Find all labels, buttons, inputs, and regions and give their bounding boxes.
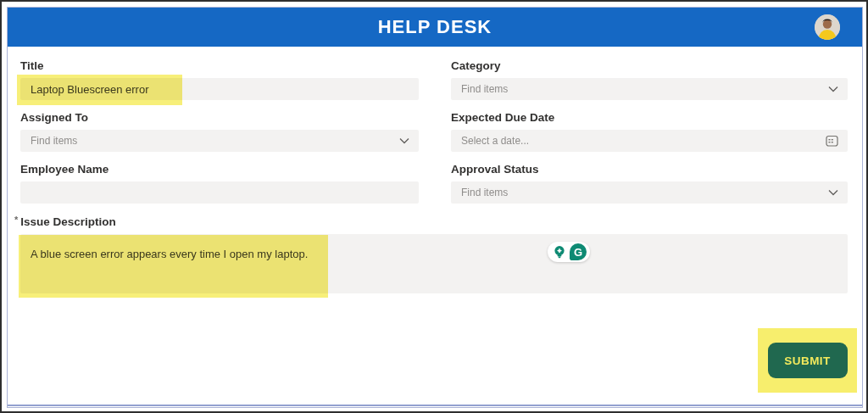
title-value: Laptop Bluescreen error: [31, 83, 148, 96]
expected-due-date-field-group: Expected Due Date Select a date...: [451, 111, 848, 152]
chevron-down-icon: [828, 86, 838, 92]
approval-status-label: Approval Status: [451, 163, 848, 176]
page-title: HELP DESK: [378, 16, 492, 38]
title-input[interactable]: Laptop Bluescreen error: [20, 78, 419, 100]
issue-description-label: *Issue Description: [14, 215, 848, 228]
issue-description-value: A blue screen error appears every time I…: [31, 248, 308, 260]
expected-due-date-label: Expected Due Date: [451, 111, 848, 124]
category-dropdown[interactable]: Find items: [451, 78, 848, 100]
assigned-to-label: Assigned To: [20, 111, 419, 124]
approval-status-dropdown[interactable]: Find items: [451, 181, 848, 204]
employee-name-input[interactable]: [20, 181, 419, 204]
employee-name-field-group: Employee Name: [20, 163, 419, 204]
expected-due-date-placeholder: Select a date...: [461, 135, 529, 147]
helpdesk-app: HELP DESK Title Laptop Bluescreen error …: [0, 0, 868, 413]
expected-due-date-input[interactable]: Select a date...: [451, 130, 848, 152]
approval-status-field-group: Approval Status Find items: [451, 163, 848, 204]
assigned-to-field-group: Assigned To Find items: [20, 111, 419, 152]
assigned-to-dropdown[interactable]: Find items: [20, 130, 419, 152]
bottom-divider: [8, 405, 862, 406]
submit-button[interactable]: SUBMIT: [768, 343, 848, 378]
title-label: Title: [20, 59, 419, 72]
category-label: Category: [451, 59, 848, 72]
grammarly-g-icon[interactable]: G: [570, 243, 587, 260]
avatar[interactable]: [815, 14, 840, 40]
annotation-highlight-submit: SUBMIT: [758, 328, 857, 393]
category-placeholder: Find items: [461, 83, 508, 95]
approval-status-placeholder: Find items: [461, 187, 508, 198]
annotation-highlight-description: [19, 235, 328, 298]
issue-description-label-text: Issue Description: [20, 215, 116, 228]
app-header: HELP DESK: [8, 8, 862, 47]
app-frame: HELP DESK Title Laptop Bluescreen error …: [7, 7, 863, 408]
chevron-down-icon: [399, 137, 409, 144]
title-field-group: Title Laptop Bluescreen error: [20, 59, 419, 100]
issue-description-textarea[interactable]: A blue screen error appears every time I…: [20, 234, 848, 293]
calendar-icon[interactable]: [826, 135, 838, 147]
required-marker: *: [14, 215, 18, 225]
avatar-image: [815, 14, 840, 40]
issue-description-field-group: *Issue Description A blue screen error a…: [20, 215, 848, 293]
grammarly-widget[interactable]: G: [548, 242, 590, 262]
grammarly-lightbulb-icon[interactable]: [551, 243, 568, 260]
employee-name-label: Employee Name: [20, 163, 419, 176]
chevron-down-icon: [828, 189, 838, 196]
assigned-to-placeholder: Find items: [31, 135, 77, 147]
category-field-group: Category Find items: [451, 59, 848, 100]
